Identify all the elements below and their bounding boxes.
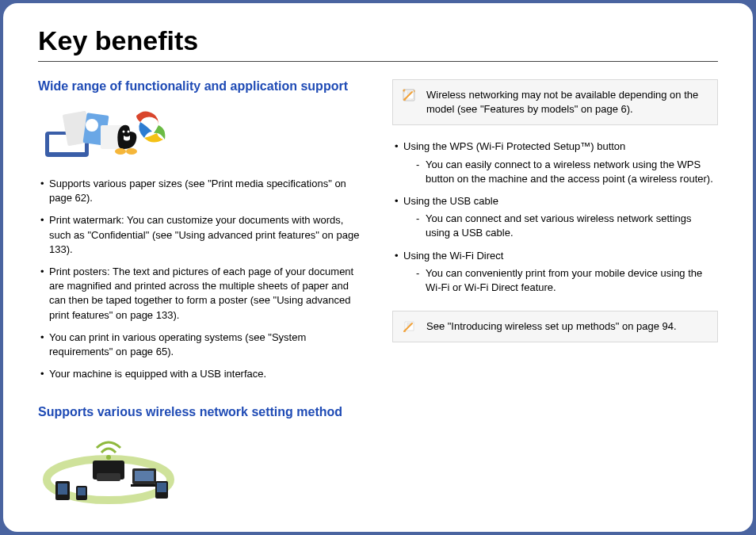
sub-list-item: You can conveniently print from your mob…	[403, 266, 718, 295]
document-page: Key benefits Wide range of functionality…	[3, 3, 753, 532]
os-logos-illustration	[41, 108, 176, 163]
note-box-availability: Wireless networking may not be available…	[392, 79, 718, 125]
sub-list-item: You can connect and set various wireless…	[403, 212, 718, 240]
svg-point-9	[126, 148, 137, 155]
list-item: Print watermark: You can customize your …	[38, 213, 364, 257]
sub-list: You can connect and set various wireless…	[403, 212, 718, 240]
right-column: Wireless networking may not be available…	[392, 79, 718, 518]
sub-list: You can easily connect to a wireless net…	[403, 158, 718, 186]
list-item: Using the Wi-Fi Direct You can convenien…	[392, 249, 718, 296]
svg-rect-13	[97, 473, 120, 481]
wireless-network-illustration	[41, 434, 176, 505]
list-item: Using the USB cable You can connect and …	[392, 194, 718, 241]
svg-point-4	[86, 119, 98, 132]
list-item: Supports various paper sizes (see "Print…	[38, 177, 364, 205]
note-text: See "Introducing wireless set up methods…	[426, 320, 677, 332]
note-text: Wireless networking may not be available…	[426, 89, 698, 115]
svg-rect-15	[135, 471, 154, 481]
list-item: Print posters: The text and pictures of …	[38, 265, 364, 323]
list-item: Using the WPS (Wi-Fi Protected Setup™) b…	[392, 139, 718, 186]
sub-list: You can conveniently print from your mob…	[403, 266, 718, 295]
section-heading-wireless: Supports various wireless network settin…	[38, 405, 364, 419]
wireless-methods-list: Using the WPS (Wi-Fi Protected Setup™) b…	[392, 139, 718, 295]
list-item: You can print in various operating syste…	[38, 331, 364, 359]
section-heading-functionality: Wide range of functionality and applicat…	[38, 79, 364, 94]
svg-point-8	[115, 148, 126, 155]
svg-rect-22	[157, 483, 166, 492]
svg-rect-18	[58, 483, 67, 495]
functionality-bullet-list: Supports various paper sizes (see "Print…	[38, 177, 364, 381]
left-column: Wide range of functionality and applicat…	[38, 79, 364, 518]
list-item-title: Using the USB cable	[403, 195, 498, 207]
svg-rect-20	[78, 487, 86, 495]
svg-point-11	[106, 455, 111, 460]
list-item-title: Using the WPS (Wi-Fi Protected Setup™) b…	[403, 140, 625, 152]
svg-point-7	[128, 131, 130, 133]
svg-point-6	[123, 131, 125, 133]
sub-list-item: You can easily connect to a wireless net…	[403, 158, 718, 186]
note-box-reference: See "Introducing wireless set up methods…	[392, 311, 718, 342]
list-item-title: Using the Wi-Fi Direct	[403, 250, 503, 262]
note-icon	[401, 319, 417, 334]
two-column-layout: Wide range of functionality and applicat…	[38, 79, 718, 518]
list-item: Your machine is equipped with a USB inte…	[38, 367, 364, 381]
svg-rect-16	[131, 484, 158, 487]
page-title: Key benefits	[38, 25, 718, 62]
note-icon	[401, 87, 417, 103]
